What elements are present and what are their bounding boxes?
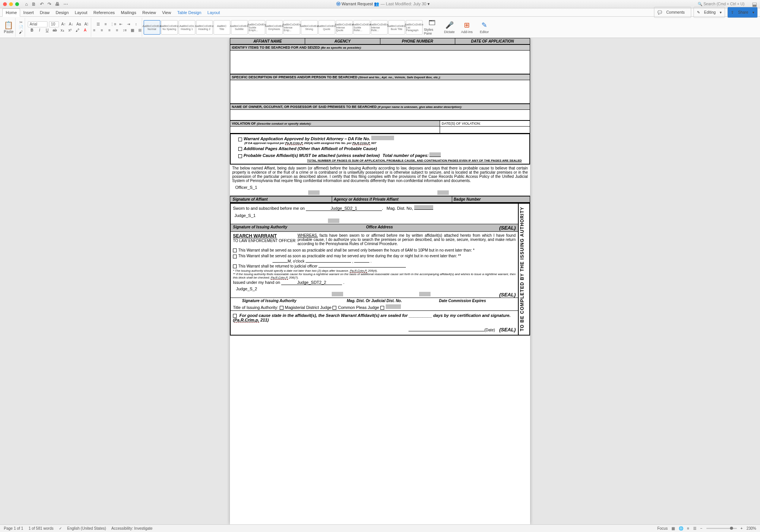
tab-home[interactable]: Home [2,8,20,17]
word-icon: ⓦ [336,2,340,6]
paste-label: Paste [4,30,14,34]
maximize-icon[interactable] [15,2,19,6]
redo-icon[interactable]: ↷ [48,2,51,7]
font-name-select[interactable]: Arial [28,21,48,27]
change-case-icon[interactable]: Aa [76,21,82,27]
chevron-down-icon[interactable]: ▾ [428,2,430,6]
minimize-icon[interactable] [9,2,13,6]
ribbon: 📋 Paste ✂ 📄 🖌 Arial 10 A↑ A↓ Aa A⃠ B I U… [0,17,760,38]
close-icon[interactable] [3,2,7,6]
subscript-icon[interactable]: x₂ [59,27,65,33]
format-painter-icon[interactable]: 🖌 [19,30,23,34]
bullets-icon[interactable]: ☰ [95,21,101,27]
style-tile-intense-emp-[interactable]: AaBbCcDdEeIntense Emp... [283,20,300,35]
tab-design[interactable]: Design [53,9,72,16]
style-tile-emphasis[interactable]: AaBbCcDdEeEmphasis [266,20,283,35]
print-icon[interactable]: 🖶 [55,2,60,7]
tab-table-layout[interactable]: Layout [204,9,223,16]
comments-button[interactable]: 💬 Comments [654,7,691,18]
filename: Warrant Request [342,2,373,6]
font-color-icon[interactable]: A [82,27,88,33]
style-tile-no-spacing[interactable]: AaBbCcDdEeNo Spacing [161,20,178,35]
tab-references[interactable]: References [90,9,118,16]
style-tile-title[interactable]: AaBbCTitle [214,20,230,35]
editing-button[interactable]: ✎ Editing ▾ [694,7,725,18]
outdent-icon[interactable]: ⇤ [118,21,124,27]
style-tile-quote[interactable]: AaBbCcDdEeQuote [318,20,335,35]
paste-icon[interactable]: 📋 [4,21,13,30]
editor-icon[interactable]: ✎ [481,21,487,29]
shading-icon[interactable]: ▦ [129,27,135,33]
underline-icon[interactable]: U [44,27,50,33]
style-tile-strong[interactable]: AaBbCcDdEeStrong [301,20,318,35]
style-tile-subtle-emph-[interactable]: AaBbCcDdEeSubtle Emph... [249,20,265,35]
tab-mailings[interactable]: Mailings [118,9,139,16]
addins-icon[interactable]: ⊞ [464,21,470,29]
style-tile-subtle-refer-[interactable]: AaBbCcDdEeSubtle Refer... [353,20,370,35]
modified-label: — Last Modified: July 30 [381,2,426,6]
saved-badge: 👥 [374,2,379,6]
borders-icon[interactable]: ⊞ [137,27,143,33]
search-icon[interactable]: 🔍 [698,2,702,6]
save-icon[interactable]: 🗎 [32,2,36,7]
style-tile-book-title[interactable]: AaBbCcDdEeBook Title [388,20,405,35]
bold-icon[interactable]: B [29,27,35,33]
style-tile-heading-2[interactable]: AaBbCcDdEeHeading 2 [196,20,213,35]
copy-icon[interactable]: 📄 [19,25,23,29]
tab-view[interactable]: View [159,9,174,16]
styles-pane-icon[interactable]: 🗔 [429,19,435,27]
sort-icon[interactable]: ↕ [133,21,139,27]
style-tile-subtitle[interactable]: AaBbCcDdEeSubtitle [231,20,248,35]
clear-format-icon[interactable]: A⃠ [83,21,89,27]
tab-review[interactable]: Review [139,9,159,16]
styles-gallery[interactable]: AaBbCcDdEeNormalAaBbCcDdEeNo SpacingAaBb… [144,20,423,35]
home-icon[interactable]: ⌂ [25,2,28,7]
tab-table-design[interactable]: Table Design [174,9,204,16]
titlebar: ⌂ 🗎 ↶ ↷ 🖶 ⋯ ⓦ Warrant Request 👥 — Last M… [0,0,760,8]
strike-icon[interactable]: ab [52,27,58,33]
ribbon-tabs: Home Insert Draw Design Layout Reference… [0,8,760,17]
multilevel-icon[interactable]: ⋮≡ [110,21,116,27]
share-button[interactable]: ⇪ Share ▾ [727,7,758,18]
search-placeholder[interactable]: Search (Cmd + Ctrl + U) [703,2,744,6]
collapse-ribbon-icon[interactable]: ⬓ [752,1,757,7]
window-controls[interactable] [3,2,19,6]
increase-font-icon[interactable]: A↑ [60,21,66,27]
title-center: ⓦ Warrant Request 👥 — Last Modified: Jul… [68,1,698,7]
justify-icon[interactable]: ≡ [114,27,120,33]
undo-icon[interactable]: ↶ [40,2,44,7]
align-left-icon[interactable]: ≡ [91,27,97,33]
dictate-icon[interactable]: 🎤 [445,21,454,29]
superscript-icon[interactable]: x² [67,27,73,33]
italic-icon[interactable]: I [36,27,43,33]
style-tile-list-paragraph[interactable]: AaBbCcDdEeList Paragraph [406,20,423,35]
indent-icon[interactable]: ⇥ [125,21,131,27]
decrease-font-icon[interactable]: A↓ [68,21,74,27]
style-tile-intense-quote[interactable]: AaBbCcDdEeIntense Quote [336,20,353,35]
font-size-select[interactable]: 10 [49,21,59,27]
tab-insert[interactable]: Insert [20,9,37,16]
numbering-icon[interactable]: ≡ [103,21,109,27]
align-center-icon[interactable]: ≡ [99,27,105,33]
line-spacing-icon[interactable]: ↕≡ [122,27,128,33]
tab-draw[interactable]: Draw [37,9,53,16]
align-right-icon[interactable]: ≡ [106,27,112,33]
style-tile-intense-refe-[interactable]: AaBbCcDdEeIntense Refe... [371,20,388,35]
tab-layout[interactable]: Layout [72,9,90,16]
style-tile-normal[interactable]: AaBbCcDdEeNormal [144,20,160,35]
highlight-icon[interactable]: 🖍 [74,27,81,33]
style-tile-heading-1[interactable]: AaBbCcDcHeading 1 [179,20,195,35]
more-icon[interactable]: ⋯ [63,2,68,7]
cut-icon[interactable]: ✂ [19,20,22,24]
